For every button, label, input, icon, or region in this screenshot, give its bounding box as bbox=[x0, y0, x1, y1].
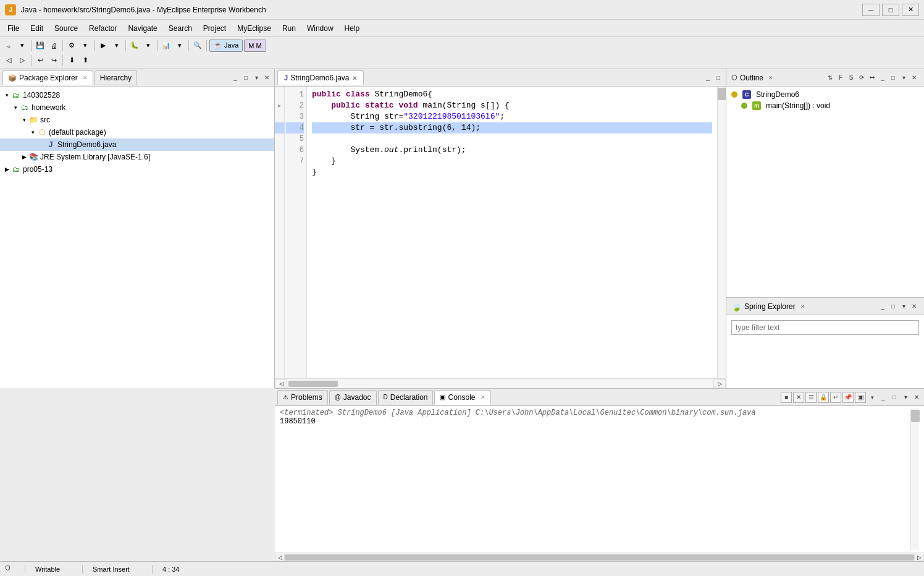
tree-item-homework[interactable]: ▾ 🗂 homework bbox=[0, 101, 274, 114]
h-scrollbar-thumb[interactable] bbox=[288, 381, 338, 387]
tb-debug-btn[interactable]: 🐛 bbox=[128, 40, 141, 52]
console-remove-btn[interactable]: ✕ bbox=[793, 392, 804, 403]
scroll-left-btn[interactable]: ◁ bbox=[275, 379, 287, 388]
outline-minimize-btn[interactable]: _ bbox=[878, 73, 888, 83]
console-h-scrollbar-thumb[interactable] bbox=[285, 554, 914, 561]
tree-toggle-homework[interactable]: ▾ bbox=[11, 103, 20, 112]
console-dropdown-btn[interactable]: ▾ bbox=[867, 392, 877, 402]
console-minimize-btn[interactable]: _ bbox=[878, 392, 888, 402]
tb-prev-annotation[interactable]: ⬆ bbox=[79, 54, 91, 67]
tab-hierarchy[interactable]: Hierarchy bbox=[94, 70, 137, 85]
tb-undo-btn[interactable]: ↩ bbox=[34, 54, 46, 67]
left-panel-menu[interactable]: ▾ bbox=[251, 73, 261, 83]
outline-item-class[interactable]: C StringDemo6 bbox=[729, 89, 922, 100]
maximize-button[interactable]: □ bbox=[882, 4, 899, 16]
tab-console[interactable]: ▣ Console ✕ bbox=[434, 390, 490, 405]
left-panel-maximize[interactable]: □ bbox=[241, 73, 251, 83]
spring-minimize-btn[interactable]: _ bbox=[878, 302, 888, 311]
spring-menu-btn[interactable]: ▾ bbox=[899, 302, 909, 311]
outline-sort-btn[interactable]: ⇅ bbox=[825, 73, 835, 83]
editor-scrollbar[interactable] bbox=[717, 87, 726, 378]
tb-print-btn[interactable]: 🖨 bbox=[48, 40, 60, 52]
tb-build-btn[interactable]: ⚙ bbox=[65, 40, 78, 52]
menu-refactor[interactable]: Refactor bbox=[84, 23, 122, 34]
outline-hide-static-btn[interactable]: S bbox=[846, 73, 856, 83]
console-menu-btn[interactable]: ▾ bbox=[901, 392, 910, 402]
editor-maximize[interactable]: □ bbox=[713, 73, 723, 83]
outline-sync-btn[interactable]: ⟳ bbox=[857, 73, 867, 83]
menu-run[interactable]: Run bbox=[277, 23, 301, 34]
console-word-wrap-btn[interactable]: ↵ bbox=[830, 392, 841, 403]
tb-run-btn[interactable]: ▶ bbox=[97, 40, 109, 52]
left-panel-minimize[interactable]: _ bbox=[230, 73, 240, 83]
console-scrollbar[interactable] bbox=[910, 409, 919, 550]
tree-item-src[interactable]: ▾ 📁 src bbox=[0, 114, 274, 126]
spring-close-icon[interactable]: ✕ bbox=[800, 303, 805, 310]
outline-menu-btn[interactable]: ▾ bbox=[899, 73, 909, 83]
menu-myeclipse[interactable]: MyEclipse bbox=[232, 23, 276, 34]
spring-close-btn[interactable]: ✕ bbox=[909, 302, 919, 311]
tb-profile-btn[interactable]: 📊 bbox=[160, 40, 172, 52]
tb-perspective-m[interactable]: M M bbox=[244, 40, 266, 52]
tb-save-btn[interactable]: 💾 bbox=[34, 40, 46, 52]
tree-item-140302528[interactable]: ▾ 🗂 140302528 bbox=[0, 89, 274, 101]
tb-perspective-java[interactable]: ☕ Java bbox=[209, 40, 243, 52]
spring-filter-input[interactable] bbox=[731, 320, 919, 335]
scroll-right-btn[interactable]: ▷ bbox=[713, 379, 726, 388]
tb-forward-btn[interactable]: ▷ bbox=[16, 54, 28, 67]
tab-package-explorer[interactable]: 📦 Package Explorer ✕ bbox=[2, 70, 93, 85]
left-panel-close[interactable]: ✕ bbox=[262, 73, 272, 83]
outline-hide-fields-btn[interactable]: F bbox=[836, 73, 846, 83]
console-tab-close[interactable]: ✕ bbox=[481, 394, 485, 400]
tree-toggle-jre[interactable]: ▶ bbox=[20, 153, 28, 161]
menu-project[interactable]: Project bbox=[198, 23, 231, 34]
tb-dropdown-5[interactable]: ▾ bbox=[174, 40, 186, 52]
tab-problems[interactable]: ⚠ Problems bbox=[277, 390, 328, 405]
console-scrollbar-thumb[interactable] bbox=[911, 410, 920, 422]
tree-item-pro05-13[interactable]: ▶ 🗂 pro05-13 bbox=[0, 163, 274, 176]
tab-declaration[interactable]: D Declaration bbox=[378, 390, 434, 405]
scrollbar-thumb[interactable] bbox=[718, 88, 726, 100]
tree-toggle-src[interactable]: ▾ bbox=[20, 116, 28, 124]
tb-dropdown-3[interactable]: ▾ bbox=[111, 40, 123, 52]
tb-dropdown-1[interactable]: ▾ bbox=[16, 40, 28, 52]
tb-search-btn[interactable]: 🔍 bbox=[191, 40, 204, 52]
minimize-button[interactable]: ─ bbox=[862, 4, 880, 16]
tb-back-btn[interactable]: ◁ bbox=[2, 54, 15, 67]
tree-toggle-pro05[interactable]: ▶ bbox=[2, 165, 11, 174]
outline-close-btn[interactable]: ✕ bbox=[909, 73, 919, 83]
console-clear-btn[interactable]: ☰ bbox=[805, 392, 817, 403]
close-button[interactable]: ✕ bbox=[902, 4, 919, 16]
tree-item-default-package[interactable]: ▾ ⬡ (default package) bbox=[0, 126, 274, 138]
tree-item-jre[interactable]: ▶ 📚 JRE System Library [JavaSE-1.6] bbox=[0, 151, 274, 163]
tb-dropdown-4[interactable]: ▾ bbox=[142, 40, 154, 52]
tree-toggle[interactable]: ▾ bbox=[2, 91, 11, 100]
tb-next-annotation[interactable]: ⬇ bbox=[65, 54, 78, 67]
tree-toggle-default[interactable]: ▾ bbox=[28, 128, 37, 137]
menu-file[interactable]: File bbox=[2, 23, 24, 34]
editor-tab-close[interactable]: ✕ bbox=[352, 75, 357, 82]
tab-javadoc[interactable]: @ Javadoc bbox=[329, 390, 377, 405]
code-editor[interactable]: ▸ 1 2 3 4 5 6 7 public class StringDemo6 bbox=[275, 87, 726, 378]
spring-maximize-btn[interactable]: □ bbox=[888, 302, 898, 311]
outline-maximize-btn[interactable]: □ bbox=[888, 73, 898, 83]
outline-item-method[interactable]: m main(String[]) : void bbox=[729, 100, 922, 111]
console-terminate-btn[interactable]: ■ bbox=[781, 392, 792, 403]
console-maximize-btn[interactable]: □ bbox=[889, 392, 899, 402]
editor-minimize[interactable]: _ bbox=[703, 73, 713, 83]
tb-redo-btn[interactable]: ↪ bbox=[48, 54, 60, 67]
console-close-btn[interactable]: ✕ bbox=[912, 392, 922, 402]
tb-new-btn[interactable]: ⬦ bbox=[2, 40, 15, 52]
editor-tab-stringdemo6[interactable]: J StringDemo6.java ✕ bbox=[277, 70, 364, 85]
menu-window[interactable]: Window bbox=[302, 23, 338, 34]
menu-help[interactable]: Help bbox=[340, 23, 365, 34]
package-explorer-close[interactable]: ✕ bbox=[83, 75, 88, 81]
console-scroll-left[interactable]: ◁ bbox=[275, 554, 285, 561]
console-open-console-btn[interactable]: ▣ bbox=[855, 392, 866, 403]
menu-search[interactable]: Search bbox=[164, 23, 197, 34]
h-scrollbar[interactable] bbox=[288, 381, 712, 387]
code-content[interactable]: public class StringDemo6{ public static … bbox=[307, 87, 717, 378]
menu-source[interactable]: Source bbox=[49, 23, 83, 34]
menu-navigate[interactable]: Navigate bbox=[123, 23, 162, 34]
menu-edit[interactable]: Edit bbox=[25, 23, 48, 34]
